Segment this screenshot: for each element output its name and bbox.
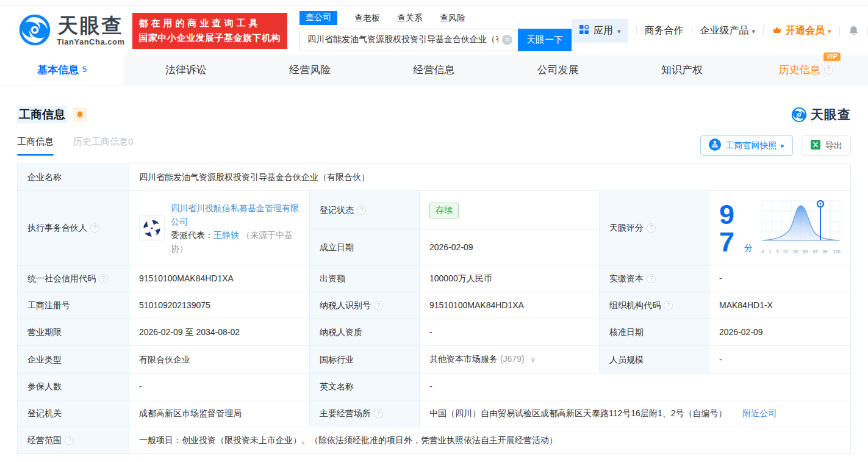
watermark-text: 天眼查 [811, 106, 851, 123]
section-title: 工商信息 [17, 106, 67, 123]
partner-company-link[interactable]: 四川省川投航信私募基金管理有限公司 [171, 203, 299, 226]
tab-count-badge: 5 [82, 65, 87, 74]
tab-company-development[interactable]: 公司发展 [496, 55, 620, 85]
field-value-business-address: 中国（四川）自由贸易试验区成都高新区天泰路112号16层附1、2号（自编号） 附… [420, 400, 851, 427]
tianyancha-logo-icon [18, 13, 51, 49]
field-label-company-name: 企业名称 [18, 164, 129, 191]
divider [763, 26, 764, 35]
excel-icon [810, 139, 821, 152]
nav-enterprise-products[interactable]: 企业级产品 ▾ [700, 24, 756, 37]
tianyancha-logo[interactable]: 天眼查 TianYanCha.com [18, 13, 125, 49]
table-row: 登记机关 成都高新区市场监督管理局 主要经营场所? 中国（四川）自由贸易试验区成… [18, 400, 851, 427]
site-header: 天眼查 TianYanCha.com 都在用的商业查询工具 国家中小企业发展子基… [0, 5, 868, 55]
field-value-insured-count: - [129, 374, 310, 400]
help-icon[interactable]: ? [357, 206, 366, 215]
help-icon[interactable]: ? [374, 301, 383, 310]
help-icon[interactable]: ? [647, 223, 656, 233]
nav-business-cooperation[interactable]: 商务合作 [645, 24, 684, 37]
help-icon[interactable]: ? [647, 274, 656, 283]
field-value-credit-code: 91510100MAK84HD1XA [129, 265, 310, 292]
search-input[interactable] [299, 29, 518, 51]
help-icon[interactable]: ? [90, 223, 99, 233]
search-tab-relation[interactable]: 查关系 [397, 13, 423, 24]
caret-down-icon: ▾ [752, 27, 756, 35]
search-button[interactable]: 天眼一下 [518, 29, 572, 51]
tab-basic-info[interactable]: 基本信息 5 [0, 55, 124, 85]
subtab-history-business-info[interactable]: 历史工商信息0 [73, 136, 133, 156]
active-underline [17, 154, 54, 156]
search-tab-company[interactable]: 查公司 [299, 11, 337, 25]
tab-operating-info[interactable]: 经营信息 [372, 55, 496, 85]
tab-label: 法律诉讼 [165, 63, 207, 77]
subtab-label: 历史工商信息0 [73, 136, 133, 148]
tab-history-info[interactable]: 历史信息 ? VIP [744, 55, 868, 85]
slogan-line2: 国家中小企业发展子基金旗下机构 [139, 32, 281, 44]
official-snapshot-button[interactable]: 工商官网快照 ▸ [700, 135, 793, 156]
tab-label: 历史信息 [779, 63, 820, 77]
address-text: 中国（四川）自由贸易试验区成都高新区天泰路112号16层附1、2号（自编号） [429, 408, 726, 418]
field-label-taxpayer-id: 纳税人识别号? [310, 292, 420, 319]
table-row: 营业期限 2026-02-09 至 2034-08-02 纳税人资质 - 核准日… [18, 319, 851, 346]
field-label-org-code: 组织机构代码? [600, 292, 709, 319]
field-value-org-code: MAK84HD1-X [709, 292, 851, 319]
tab-operating-risk[interactable]: 经营风险 [248, 55, 372, 85]
field-label-reg-authority: 登记机关 [18, 400, 129, 427]
field-value-reg-number: 510109202139075 [129, 292, 310, 319]
nearby-companies-link[interactable]: 附近公司 [742, 408, 777, 418]
help-icon[interactable]: ? [824, 65, 833, 74]
arrow-right-icon: ▸ [781, 142, 784, 150]
help-icon[interactable]: ? [65, 436, 74, 445]
chevron-down-icon[interactable]: ∨ [530, 355, 536, 364]
field-label-contribution: 出资额 [310, 265, 420, 292]
table-row: 执行事务合伙人? [18, 191, 851, 230]
help-icon[interactable]: ? [664, 301, 673, 310]
enterprise-label: 企业级产品 [700, 24, 749, 37]
field-label-paid-capital: 实缴资本? [600, 265, 709, 292]
field-label-insured-count: 参保人数 [18, 374, 129, 400]
slogan-line1: 都在用的商业查询工具 [139, 18, 281, 29]
field-value-english-name: - [420, 374, 851, 400]
field-label-business-term: 营业期限 [18, 319, 129, 346]
field-value-contribution: 100000万人民币 [420, 265, 600, 292]
field-value-executive-partner: 四川省川投航信私募基金管理有限公司 委派代表：王静轶 （来源于中基协） [129, 191, 310, 265]
apps-grid-icon [579, 24, 589, 37]
tab-label: 知识产权 [661, 63, 703, 77]
subtab-business-info[interactable]: 工商信息 [17, 136, 54, 156]
tab-intellectual-property[interactable]: 知识产权 [620, 55, 744, 85]
clear-search-icon[interactable]: × [502, 35, 512, 45]
table-row: 统一社会信用代码? 91510100MAK84HD1XA 出资额 100000万… [18, 265, 851, 292]
score-axis-ticks: 01 315 5085 9799 100 [761, 245, 841, 258]
export-button[interactable]: 导出 [802, 135, 851, 156]
field-value-reg-authority: 成都高新区市场监督管理局 [129, 400, 310, 427]
field-value-industry: 其他资本市场服务 (J679) ∨ [420, 346, 600, 374]
field-label-industry: 国标行业 [310, 346, 420, 374]
tab-legal-proceedings[interactable]: 法律诉讼 [124, 55, 248, 85]
stamp-icon [709, 139, 721, 153]
table-row: 企业类型 有限合伙企业 国标行业 其他资本市场服务 (J679) ∨ 人员规模 … [18, 346, 851, 374]
field-value-taxpayer-id: 91510100MAK84HD1XA [420, 292, 600, 319]
apps-menu[interactable]: 应用 ▾ [572, 19, 628, 43]
rep-label: 委派代表： [171, 230, 213, 240]
business-info-table: 企业名称 四川省能发油气资源股权投资引导基金合伙企业（有限合伙） 执行事务合伙人… [17, 164, 851, 454]
field-value-reg-status: 存续 [420, 191, 600, 230]
inactive-underline [73, 154, 133, 156]
rep-name-link[interactable]: 王静轶 [213, 230, 239, 240]
tab-label: 经营信息 [413, 63, 454, 77]
field-value-establish-date: 2026-02-09 [420, 230, 600, 265]
monitor-bell-icon[interactable] [73, 107, 87, 122]
search-tab-boss[interactable]: 查老板 [354, 13, 380, 24]
industry-code: (J679) [500, 354, 525, 364]
nav-open-vip[interactable]: 开通会员 ▾ [772, 24, 831, 38]
search-tab-risk[interactable]: 查风险 [440, 13, 465, 24]
company-profile-tabs: 基本信息 5 法律诉讼 经营风险 经营信息 公司发展 知识产权 历史信息 ? V… [0, 55, 868, 85]
crown-icon [772, 24, 783, 38]
help-icon[interactable]: ? [99, 274, 108, 283]
notification-bell-icon[interactable] [848, 25, 859, 37]
help-icon[interactable]: ? [374, 409, 383, 418]
section-header: 工商信息 天眼查 [17, 106, 851, 123]
field-value-taxpayer-quality: - [420, 319, 600, 346]
field-label-business-address: 主要经营场所? [310, 400, 420, 427]
export-label: 导出 [825, 140, 842, 151]
partner-company-logo[interactable] [139, 215, 165, 241]
brand-slogan: 都在用的商业查询工具 国家中小企业发展子基金旗下机构 [132, 13, 288, 49]
